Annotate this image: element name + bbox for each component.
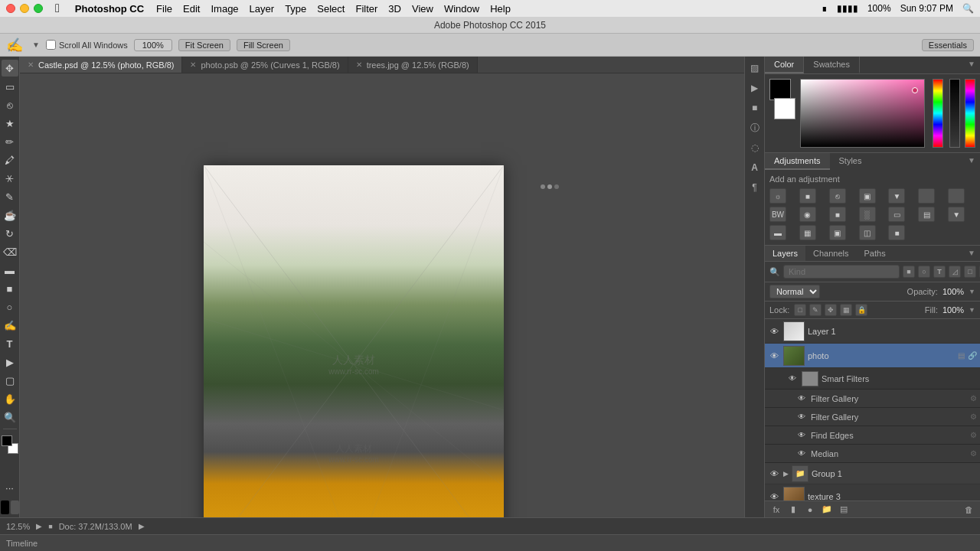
- new-adjustment-icon[interactable]: ●: [803, 503, 817, 517]
- lock-all-icon[interactable]: 🔒: [855, 304, 867, 316]
- filter-gallery-2-settings[interactable]: ⚙: [970, 412, 977, 421]
- fg-color-swatch[interactable]: [769, 79, 791, 100]
- find-edges-vis[interactable]: 👁: [795, 429, 808, 442]
- move-tool[interactable]: ✥: [2, 60, 18, 77]
- filter-gallery-2[interactable]: 👁 Filter Gallery ⚙: [765, 408, 980, 426]
- filter-adj-icon[interactable]: ○: [918, 266, 930, 278]
- history-brush-tool[interactable]: ↻: [2, 225, 18, 242]
- fullscreen-button[interactable]: [34, 4, 43, 13]
- tab-close-icon[interactable]: ✕: [28, 60, 34, 69]
- menu-layer[interactable]: Layer: [250, 3, 275, 15]
- colorbal-adj[interactable]: [948, 188, 965, 204]
- filter-smart-icon[interactable]: □: [964, 266, 976, 278]
- para-icon[interactable]: ¶: [746, 179, 763, 196]
- posterize-adj[interactable]: ▤: [918, 207, 935, 222]
- menu-filter[interactable]: Filter: [355, 3, 377, 15]
- quick-select-tool[interactable]: ★: [2, 115, 18, 132]
- smart-filters-vis[interactable]: 👁: [786, 373, 799, 385]
- layer-group-1[interactable]: 👁 ▶ 📁 Group 1: [765, 463, 980, 484]
- layer-visibility-photo[interactable]: 👁: [768, 350, 780, 362]
- layer-item-photo[interactable]: 👁 photo ▤ 🔗: [765, 344, 980, 368]
- info-icon[interactable]: ⓘ: [746, 119, 763, 136]
- tab-swatches[interactable]: Swatches: [804, 57, 860, 73]
- lock-transparent-icon[interactable]: □: [794, 304, 806, 316]
- find-edges-settings[interactable]: ⚙: [970, 431, 977, 439]
- marquee-tool[interactable]: ▭: [2, 78, 18, 95]
- fit-screen-button[interactable]: Fit Screen: [178, 39, 230, 51]
- fill-adj[interactable]: ▣: [829, 225, 846, 240]
- search-icon[interactable]: 🔍: [962, 3, 974, 14]
- filter-pixel-icon[interactable]: ■: [903, 266, 915, 278]
- quick-mask-on[interactable]: [11, 500, 19, 514]
- texture3-vis[interactable]: 👁: [768, 491, 780, 501]
- scroll-all-checkbox[interactable]: [46, 40, 56, 50]
- find-edges-filter[interactable]: 👁 Find Edges ⚙: [765, 426, 980, 445]
- new-group-icon[interactable]: 📁: [820, 503, 834, 517]
- bg-color-swatch[interactable]: [774, 98, 795, 119]
- text-tool[interactable]: T: [2, 335, 18, 352]
- tab-styles[interactable]: Styles: [830, 153, 871, 170]
- bw-adj[interactable]: BW: [769, 207, 786, 222]
- app-name[interactable]: Photoshop CC: [75, 3, 144, 15]
- median-vis[interactable]: 👁: [795, 448, 808, 460]
- tab-close-icon-3[interactable]: ✕: [356, 60, 362, 69]
- filter-gallery-2-vis[interactable]: 👁: [795, 411, 808, 423]
- hsl-adj[interactable]: [918, 188, 935, 204]
- layer-item-layer1[interactable]: 👁 Layer 1: [765, 319, 980, 344]
- hue-bar[interactable]: [933, 79, 943, 148]
- opacity-value[interactable]: 100%: [942, 287, 964, 296]
- tab-trees[interactable]: ✕ trees.jpg @ 12.5% (RGB/8): [348, 57, 478, 73]
- group-1-vis[interactable]: 👁: [768, 468, 780, 480]
- median-settings[interactable]: ⚙: [970, 449, 977, 458]
- healing-brush-tool[interactable]: ⚹: [2, 170, 18, 187]
- essentials-button[interactable]: Essentials: [922, 39, 974, 51]
- photofil-adj[interactable]: ◉: [799, 207, 816, 222]
- tab-photo[interactable]: ✕ photo.psb @ 25% (Curves 1, RGB/8): [182, 57, 348, 73]
- layer-item-texture3[interactable]: 👁 texture 3: [765, 484, 980, 500]
- histogram-icon[interactable]: ▨: [746, 60, 763, 77]
- fill-value[interactable]: 100%: [942, 305, 964, 315]
- apple-menu[interactable]: : [55, 2, 60, 15]
- lasso-tool[interactable]: ⎋: [2, 96, 18, 113]
- char-icon[interactable]: A: [746, 159, 763, 176]
- tab-close-icon-2[interactable]: ✕: [190, 60, 196, 69]
- menu-help[interactable]: Help: [490, 3, 511, 15]
- median-filter[interactable]: 👁 Median ⚙: [765, 445, 980, 463]
- filter-gallery-1[interactable]: 👁 Filter Gallery ⚙: [765, 390, 980, 408]
- exposure-adj[interactable]: ▣: [859, 188, 876, 204]
- tab-layers[interactable]: Layers: [765, 246, 805, 261]
- dodge-tool[interactable]: ○: [2, 298, 18, 315]
- curves-adj[interactable]: ⎋: [829, 188, 846, 204]
- group-1-arrow[interactable]: ▶: [783, 470, 789, 478]
- new-layer-icon[interactable]: ▤: [837, 503, 851, 517]
- colorlookup-adj[interactable]: ░: [859, 207, 876, 222]
- pattern-adj[interactable]: ◫: [859, 225, 876, 240]
- menu-3d[interactable]: 3D: [388, 3, 401, 15]
- filter-type-icon[interactable]: T: [933, 266, 946, 278]
- filter-shape-icon[interactable]: ◿: [949, 266, 961, 278]
- smart-filters-group[interactable]: 👁 Smart Filters: [765, 368, 980, 390]
- scroll-all-windows-checkbox[interactable]: Scroll All Windows: [46, 40, 128, 50]
- tab-color[interactable]: Color: [765, 57, 804, 73]
- vibrance-adj[interactable]: ▼: [888, 188, 905, 204]
- blur-tool[interactable]: ■: [2, 280, 18, 297]
- alpha-bar[interactable]: [949, 79, 960, 148]
- solidcolor-adj[interactable]: ■: [888, 225, 905, 240]
- gradient-map-adj[interactable]: ▬: [769, 225, 786, 240]
- layers-kind-filter[interactable]: [783, 265, 900, 279]
- lock-position-icon[interactable]: ✥: [825, 304, 837, 316]
- zoom-tool[interactable]: 🔍: [2, 409, 18, 425]
- more-tools[interactable]: ···: [2, 479, 18, 496]
- color-gradient[interactable]: [800, 79, 925, 148]
- menu-view[interactable]: View: [412, 3, 433, 15]
- color-spectrum[interactable]: [965, 79, 975, 148]
- adj-collapse[interactable]: ▼: [963, 153, 980, 170]
- layer-visibility-layer1[interactable]: 👁: [768, 325, 780, 337]
- shape-tool[interactable]: ▢: [2, 372, 18, 389]
- tab-channels[interactable]: Channels: [805, 246, 856, 261]
- gradient-tool[interactable]: ▬: [2, 262, 18, 279]
- play-icon[interactable]: ▶: [746, 80, 763, 96]
- menu-image[interactable]: Image: [211, 3, 238, 15]
- selective-color-adj[interactable]: ▦: [799, 225, 816, 240]
- layers-panel-collapse[interactable]: ▼: [963, 246, 980, 261]
